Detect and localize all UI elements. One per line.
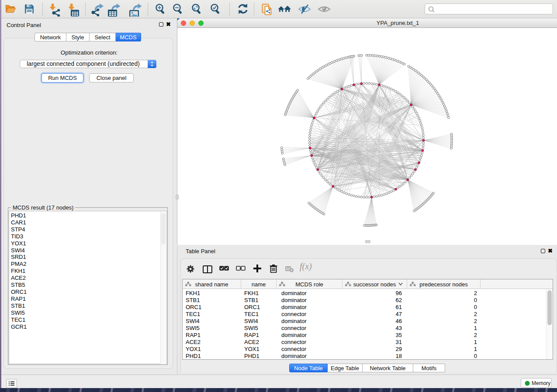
svg-text:f(x): f(x) [300, 262, 312, 272]
